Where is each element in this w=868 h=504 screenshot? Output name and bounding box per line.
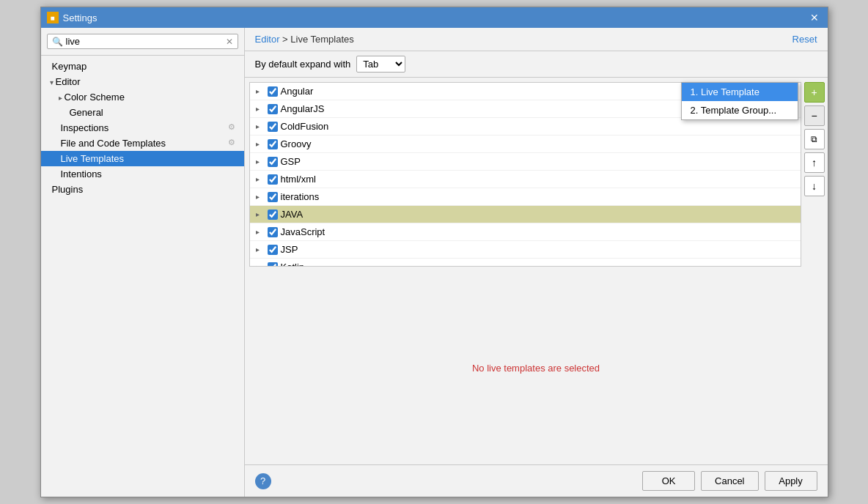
template-label: Angular [281, 86, 314, 97]
reset-button[interactable]: Reset [792, 34, 817, 45]
template-label: GSP [281, 156, 301, 167]
no-templates-message: No live templates are selected [245, 271, 828, 464]
inspections-icon: ⚙ [228, 122, 235, 132]
footer-left: ? [255, 473, 271, 489]
search-icon: 🔍 [52, 37, 63, 47]
cancel-button[interactable]: Cancel [701, 471, 758, 491]
file-templates-icon: ⚙ [228, 138, 235, 147]
sidebar-item-general[interactable]: General [41, 105, 244, 120]
help-button[interactable]: ? [255, 473, 271, 489]
expand-select[interactable]: Tab Enter Space [356, 56, 405, 73]
breadcrumb-editor[interactable]: Editor [255, 34, 280, 45]
search-box: 🔍 ✕ [41, 28, 244, 56]
move-down-button[interactable]: ↓ [804, 176, 825, 196]
search-clear-button[interactable]: ✕ [226, 37, 233, 47]
template-checkbox-angularjs[interactable] [268, 104, 278, 114]
content-area: ▸ Angular ▸ AngularJS ▸ ColdFusion [245, 78, 828, 271]
expand-bar: By default expand with Tab Enter Space [245, 51, 828, 78]
sidebar-item-file-code-templates[interactable]: File and Code Templates ⚙ [41, 136, 244, 151]
template-label: Kotlin [281, 262, 305, 267]
template-row-kotlin[interactable]: ▸ Kotlin [250, 259, 801, 267]
expand-arrow: ▸ [256, 245, 265, 253]
search-wrapper: 🔍 ✕ [47, 34, 238, 49]
search-input[interactable] [66, 36, 223, 47]
expand-label: By default expand with [255, 59, 351, 70]
move-up-button[interactable]: ↑ [804, 152, 825, 173]
template-row-javascript[interactable]: ▸ JavaScript [250, 223, 801, 241]
template-label: html/xml [281, 174, 316, 185]
expand-arrow: ▸ [256, 105, 265, 113]
sidebar-item-keymap[interactable]: Keymap [41, 59, 244, 74]
template-checkbox-angular[interactable] [268, 86, 278, 97]
main-content: Editor > Live Templates Reset By default… [245, 28, 828, 497]
settings-dialog: ■ Settings ✕ 🔍 ✕ Keymap ▾Editor [40, 7, 828, 497]
sidebar-item-plugins[interactable]: Plugins [41, 182, 244, 197]
add-button[interactable]: + [804, 82, 825, 103]
no-selection-text: No live templates are selected [472, 363, 600, 374]
template-checkbox-kotlin[interactable] [268, 262, 278, 267]
template-label: iterations [281, 191, 320, 202]
dropdown-item-template-group[interactable]: 2. Template Group... [682, 101, 798, 119]
title-bar: ■ Settings ✕ [41, 7, 828, 28]
template-checkbox-java[interactable] [268, 210, 278, 220]
expand-arrow: ▸ [256, 87, 265, 95]
template-row-jsp[interactable]: ▸ JSP [250, 241, 801, 259]
title-bar-left: ■ Settings [47, 12, 98, 23]
template-checkbox-htmlxml[interactable] [268, 174, 278, 185]
template-row-coldfusion[interactable]: ▸ ColdFusion [250, 118, 801, 136]
template-checkbox-groovy[interactable] [268, 139, 278, 149]
sidebar-item-inspections[interactable]: Inspections ⚙ [41, 120, 244, 136]
template-label: JAVA [281, 209, 304, 220]
footer-right: OK Cancel Apply [642, 471, 817, 491]
remove-button[interactable]: − [804, 105, 825, 126]
expand-arrow: ▸ [256, 228, 265, 236]
expand-arrow: ▸ [256, 175, 265, 183]
template-row-java[interactable]: ▸ JAVA [250, 206, 801, 223]
dialog-footer: ? OK Cancel Apply [245, 464, 828, 497]
template-checkbox-jsp[interactable] [268, 245, 278, 255]
expand-arrow: ▸ [256, 122, 265, 130]
expand-arrow: ▸ [256, 193, 265, 201]
expand-arrow: ▸ [256, 210, 265, 218]
template-label: Groovy [281, 138, 312, 149]
template-row-htmlxml[interactable]: ▸ html/xml [250, 171, 801, 188]
dialog-title: Settings [63, 12, 98, 23]
template-checkbox-gsp[interactable] [268, 157, 278, 167]
template-label: JSP [281, 244, 298, 255]
template-row-iterations[interactable]: ▸ iterations [250, 188, 801, 206]
template-label: AngularJS [281, 103, 325, 114]
sidebar-item-color-scheme[interactable]: ▸Color Scheme [41, 89, 244, 105]
template-checkbox-iterations[interactable] [268, 192, 278, 202]
expand-arrow: ▸ [256, 263, 265, 267]
content-header: Editor > Live Templates Reset [245, 28, 828, 51]
template-checkbox-javascript[interactable] [268, 227, 278, 237]
tree-arrow: ▾ [50, 78, 54, 86]
template-row-groovy[interactable]: ▸ Groovy [250, 136, 801, 153]
breadcrumb: Editor > Live Templates [255, 34, 354, 45]
sidebar-tree: Keymap ▾Editor ▸Color Scheme General Ins… [41, 56, 244, 497]
sidebar-item-intentions[interactable]: Intentions [41, 166, 244, 182]
close-button[interactable]: ✕ [807, 12, 822, 23]
template-checkbox-coldfusion[interactable] [268, 122, 278, 132]
dialog-body: 🔍 ✕ Keymap ▾Editor ▸Color Scheme General [41, 28, 828, 497]
sidebar: 🔍 ✕ Keymap ▾Editor ▸Color Scheme General [41, 28, 245, 497]
app-icon: ■ [47, 12, 59, 23]
ok-button[interactable]: OK [642, 471, 695, 491]
breadcrumb-current: Live Templates [290, 34, 353, 45]
expand-arrow: ▸ [256, 158, 265, 166]
sidebar-item-live-templates[interactable]: Live Templates [41, 151, 244, 166]
dropdown-item-live-template[interactable]: 1. Live Template [682, 83, 798, 101]
apply-button[interactable]: Apply [765, 471, 817, 491]
expand-arrow: ▸ [256, 140, 265, 148]
sidebar-item-editor[interactable]: ▾Editor [41, 74, 244, 89]
toolbar-right: + − ⧉ ↑ ↓ [801, 78, 828, 271]
template-label: ColdFusion [281, 121, 329, 132]
tree-arrow: ▸ [59, 94, 62, 102]
copy-button[interactable]: ⧉ [804, 129, 825, 149]
dropdown-menu: 1. Live Template 2. Template Group... [681, 82, 798, 120]
breadcrumb-separator: > [282, 34, 290, 45]
template-label: JavaScript [281, 226, 326, 237]
template-row-gsp[interactable]: ▸ GSP [250, 153, 801, 171]
